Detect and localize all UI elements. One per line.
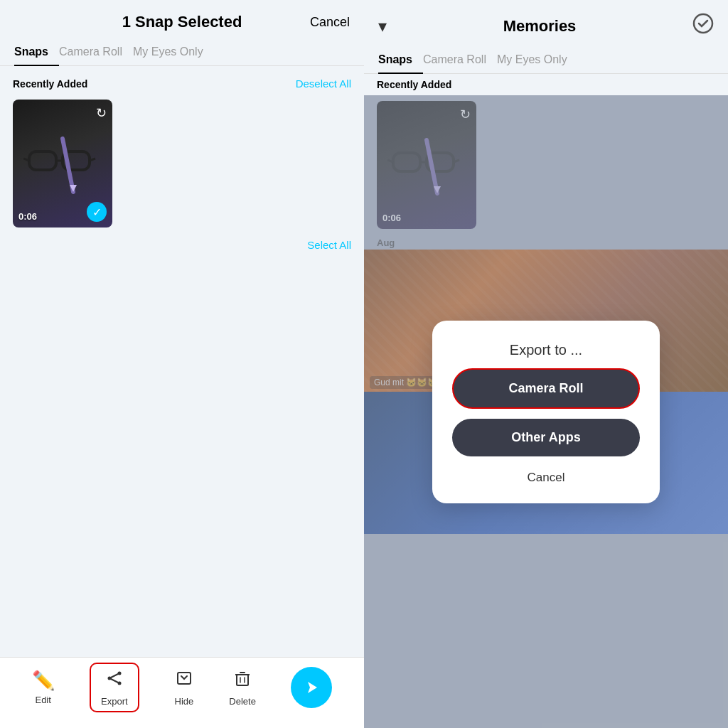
snaps-grid-left: 0:06 ↻ ✓	[0, 94, 364, 233]
svg-line-11	[109, 678, 119, 683]
tab-snaps-left[interactable]: Snaps	[14, 38, 59, 65]
svg-line-10	[109, 673, 119, 678]
snap-duration-left: 0:06	[18, 211, 37, 222]
hide-icon	[174, 668, 194, 693]
delete-icon	[232, 668, 252, 693]
left-tab-bar: Snaps Camera Roll My Eyes Only	[0, 38, 364, 66]
svg-rect-0	[29, 151, 56, 170]
tab-my-eyes-only-left[interactable]: My Eyes Only	[133, 38, 214, 65]
edit-label: Edit	[35, 695, 50, 705]
snap-thumbnail-left[interactable]: 0:06 ↻ ✓	[13, 100, 112, 228]
hide-toolbar-item[interactable]: Hide	[174, 668, 194, 707]
svg-rect-13	[237, 675, 248, 685]
tab-camera-roll-left[interactable]: Camera Roll	[59, 38, 133, 65]
export-label: Export	[101, 696, 128, 707]
select-all-row: Select All	[0, 233, 364, 257]
section-row-left: Recently Added Deselect All	[0, 73, 364, 94]
recently-added-label-right: Recently Added	[377, 79, 451, 90]
recently-added-label-left: Recently Added	[13, 78, 87, 90]
delete-label: Delete	[229, 696, 256, 707]
delete-toolbar-item[interactable]: Delete	[229, 668, 256, 707]
export-icon	[105, 668, 124, 693]
left-header: 1 Snap Selected Cancel	[0, 0, 364, 38]
deselect-all-button[interactable]: Deselect All	[296, 77, 351, 90]
export-toolbar-item[interactable]: Export	[90, 663, 139, 712]
send-button[interactable]	[291, 667, 332, 708]
svg-point-19	[694, 14, 712, 33]
bottom-toolbar: ✏️ Edit Export Hide	[0, 657, 364, 728]
right-tab-bar: Snaps Camera Roll My Eyes Only	[364, 46, 728, 74]
tab-my-eyes-only-right[interactable]: My Eyes Only	[497, 46, 578, 73]
dialog-overlay: Export to ... Camera Roll Other Apps Can…	[364, 95, 728, 728]
cancel-button[interactable]: Cancel	[310, 15, 350, 30]
dialog-cancel-button[interactable]: Cancel	[528, 466, 565, 489]
camera-roll-button[interactable]: Camera Roll	[452, 368, 640, 409]
snap-refresh-icon-left: ↻	[96, 105, 107, 121]
dialog-title: Export to ...	[510, 342, 582, 358]
right-content-area: 0:06 ↻ Aug Gud mit 🐱🐱🐱 Export to ... Cam…	[364, 95, 728, 728]
snap-selected-check-left: ✓	[87, 202, 107, 222]
check-icon[interactable]	[692, 13, 714, 39]
right-panel: ▾ Memories Snaps Camera Roll My Eyes Onl…	[364, 0, 728, 728]
memories-title: Memories	[503, 17, 577, 36]
section-row-right: Recently Added	[364, 74, 728, 95]
tab-snaps-right[interactable]: Snaps	[378, 46, 423, 73]
edit-toolbar-item[interactable]: ✏️ Edit	[32, 670, 55, 705]
snaps-selected-title: 1 Snap Selected	[122, 13, 242, 31]
svg-marker-18	[308, 682, 317, 693]
right-header: ▾ Memories	[364, 0, 728, 46]
hide-label: Hide	[175, 696, 194, 707]
other-apps-button[interactable]: Other Apps	[452, 419, 640, 456]
dropdown-icon[interactable]: ▾	[378, 16, 387, 36]
export-dialog: Export to ... Camera Roll Other Apps Can…	[432, 321, 660, 503]
select-all-button[interactable]: Select All	[307, 239, 351, 251]
edit-icon: ✏️	[32, 670, 55, 692]
tab-camera-roll-right[interactable]: Camera Roll	[423, 46, 497, 73]
left-panel: 1 Snap Selected Cancel Snaps Camera Roll…	[0, 0, 364, 728]
